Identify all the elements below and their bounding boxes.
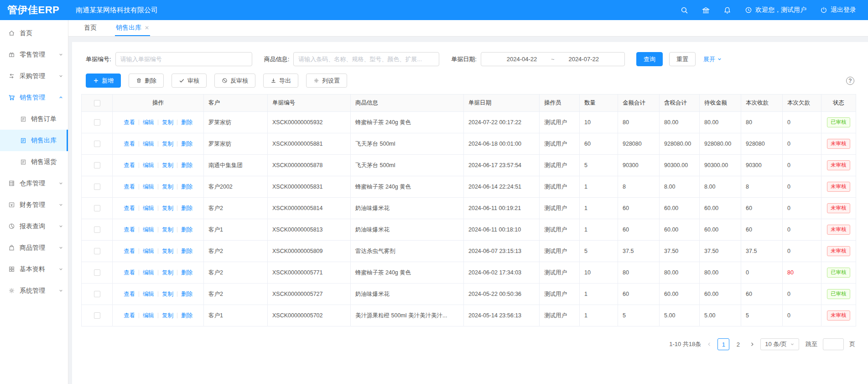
row-action-view[interactable]: 查看 bbox=[124, 269, 135, 276]
row-action-delete[interactable]: 删除 bbox=[181, 312, 192, 319]
select-all-checkbox[interactable] bbox=[94, 100, 100, 106]
row-action-view[interactable]: 查看 bbox=[124, 141, 135, 147]
notification-bell-icon[interactable] bbox=[723, 6, 731, 14]
sidebar-item-finance[interactable]: 财务管理 bbox=[0, 194, 68, 216]
add-button[interactable]: 新增 bbox=[86, 74, 121, 88]
row-action-copy[interactable]: 复制 bbox=[162, 248, 173, 254]
sidebar-item-home[interactable]: 首页 bbox=[0, 22, 68, 44]
sidebar-item-sales-order[interactable]: 销售订单 bbox=[0, 108, 68, 130]
tab-home[interactable]: 首页 bbox=[83, 20, 98, 36]
row-checkbox[interactable] bbox=[94, 291, 100, 297]
row-action-edit[interactable]: 编辑 bbox=[143, 184, 154, 190]
row-checkbox[interactable] bbox=[94, 226, 100, 233]
cell-customer: 南通中集集团 bbox=[204, 155, 268, 176]
row-action-copy[interactable]: 复制 bbox=[162, 205, 173, 211]
close-icon[interactable]: ✕ bbox=[145, 25, 149, 31]
plus-icon bbox=[93, 78, 99, 84]
search-icon[interactable] bbox=[681, 6, 688, 14]
row-action-view[interactable]: 查看 bbox=[124, 205, 135, 211]
row-action-view[interactable]: 查看 bbox=[124, 291, 135, 297]
row-action-view[interactable]: 查看 bbox=[124, 248, 135, 254]
row-checkbox[interactable] bbox=[94, 184, 100, 190]
row-action-edit[interactable]: 编辑 bbox=[143, 248, 154, 254]
sidebar-item-sales-return[interactable]: 销售退货 bbox=[0, 151, 68, 173]
row-action-view[interactable]: 查看 bbox=[124, 226, 135, 233]
row-checkbox[interactable] bbox=[94, 248, 100, 254]
welcome-user[interactable]: 欢迎您，测试用户 bbox=[745, 6, 806, 14]
row-action-edit[interactable]: 编辑 bbox=[143, 269, 154, 276]
row-action-copy[interactable]: 复制 bbox=[162, 141, 173, 147]
row-action-view[interactable]: 查看 bbox=[124, 162, 135, 168]
sidebar-item-reports[interactable]: 报表查询 bbox=[0, 216, 68, 237]
expand-link[interactable]: 展开 bbox=[703, 55, 722, 63]
sidebar-item-base-data[interactable]: 基本资料 bbox=[0, 258, 68, 280]
action-divider bbox=[177, 313, 177, 318]
cell-customer: 客户1 bbox=[204, 305, 268, 326]
audit-button[interactable]: 审核 bbox=[172, 74, 207, 88]
sidebar-item-system[interactable]: 系统管理 bbox=[0, 280, 68, 301]
logout-button[interactable]: 退出登录 bbox=[820, 6, 856, 14]
row-action-copy[interactable]: 复制 bbox=[162, 312, 173, 319]
row-action-copy[interactable]: 复制 bbox=[162, 291, 173, 297]
next-page-button[interactable] bbox=[749, 342, 755, 347]
sidebar-item-products[interactable]: 商品管理 bbox=[0, 237, 68, 258]
row-checkbox[interactable] bbox=[94, 141, 100, 147]
row-checkbox[interactable] bbox=[94, 205, 100, 211]
row-action-view[interactable]: 查看 bbox=[124, 119, 135, 126]
cell-owed: 0 bbox=[783, 219, 821, 241]
help-icon[interactable]: ? bbox=[846, 77, 854, 85]
row-checkbox[interactable] bbox=[94, 162, 100, 168]
reset-button[interactable]: 重置 bbox=[669, 52, 696, 66]
page-number-2[interactable]: 2 bbox=[732, 338, 744, 350]
cell-receivable: 80.00 bbox=[700, 262, 741, 284]
sidebar-item-warehouse[interactable]: 仓库管理 bbox=[0, 173, 68, 194]
row-action-delete[interactable]: 删除 bbox=[181, 119, 192, 126]
sidebar-item-purchase[interactable]: 采购管理 bbox=[0, 65, 68, 87]
row-action-edit[interactable]: 编辑 bbox=[143, 162, 154, 168]
sidebar-item-retail[interactable]: 零售管理 bbox=[0, 44, 68, 65]
row-checkbox[interactable] bbox=[94, 119, 100, 126]
row-action-edit[interactable]: 编辑 bbox=[143, 312, 154, 319]
prev-page-button[interactable] bbox=[707, 342, 712, 347]
sidebar-item-sales[interactable]: 销售管理 bbox=[0, 87, 68, 108]
delete-button[interactable]: 删除 bbox=[129, 74, 164, 88]
row-select-cell bbox=[82, 241, 113, 262]
row-action-delete[interactable]: 删除 bbox=[181, 269, 192, 276]
row-action-delete[interactable]: 删除 bbox=[181, 291, 192, 297]
column-settings-button[interactable]: 列设置 bbox=[306, 74, 347, 88]
row-action-delete[interactable]: 删除 bbox=[181, 141, 192, 147]
product-info-input[interactable] bbox=[293, 52, 439, 66]
row-action-delete[interactable]: 删除 bbox=[181, 248, 192, 254]
page-size-select[interactable]: 10 条/页 bbox=[760, 338, 799, 350]
jump-to-page-input[interactable] bbox=[823, 338, 844, 350]
bank-icon[interactable] bbox=[702, 6, 710, 14]
search-button[interactable]: 查询 bbox=[636, 52, 663, 66]
row-checkbox[interactable] bbox=[94, 269, 100, 276]
row-action-copy[interactable]: 复制 bbox=[162, 226, 173, 233]
doc-no-input[interactable] bbox=[115, 52, 252, 66]
row-action-copy[interactable]: 复制 bbox=[162, 162, 173, 168]
row-action-edit[interactable]: 编辑 bbox=[143, 226, 154, 233]
row-action-delete[interactable]: 删除 bbox=[181, 162, 192, 168]
row-action-copy[interactable]: 复制 bbox=[162, 119, 173, 126]
date-from-input[interactable] bbox=[497, 56, 546, 63]
export-button[interactable]: 导出 bbox=[263, 74, 298, 88]
sidebar-item-sales-outbound[interactable]: 销售出库 bbox=[0, 130, 68, 151]
row-checkbox[interactable] bbox=[94, 312, 100, 319]
row-action-copy[interactable]: 复制 bbox=[162, 184, 173, 190]
tab-sales-outbound[interactable]: 销售出库 ✕ bbox=[115, 20, 150, 36]
row-action-view[interactable]: 查看 bbox=[124, 184, 135, 190]
date-range-picker[interactable]: ~ bbox=[481, 52, 625, 66]
row-action-delete[interactable]: 删除 bbox=[181, 226, 192, 233]
page-number-1[interactable]: 1 bbox=[717, 338, 729, 350]
row-action-copy[interactable]: 复制 bbox=[162, 269, 173, 276]
row-action-edit[interactable]: 编辑 bbox=[143, 291, 154, 297]
row-action-edit[interactable]: 编辑 bbox=[143, 205, 154, 211]
row-action-edit[interactable]: 编辑 bbox=[143, 119, 154, 126]
row-action-delete[interactable]: 删除 bbox=[181, 184, 192, 190]
row-action-edit[interactable]: 编辑 bbox=[143, 141, 154, 147]
date-to-input[interactable] bbox=[559, 56, 608, 63]
row-action-delete[interactable]: 删除 bbox=[181, 205, 192, 211]
unaudit-button[interactable]: 反审核 bbox=[214, 74, 255, 88]
row-action-view[interactable]: 查看 bbox=[124, 312, 135, 319]
